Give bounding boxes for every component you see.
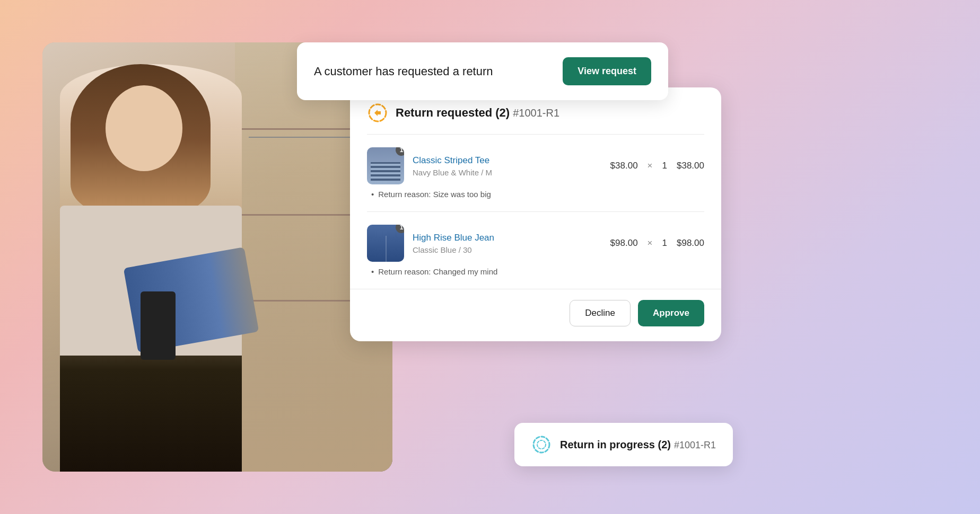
price-unit-2: $98.00: [610, 238, 638, 249]
card-actions: Decline Approve: [350, 289, 721, 341]
view-request-button[interactable]: View request: [563, 57, 651, 85]
return-title: Return requested (2)#1001-R1: [396, 106, 559, 120]
product-item-1: 1 Classic Striped Tee Navy Blue & White …: [350, 135, 721, 211]
return-requested-icon: [367, 102, 388, 123]
svg-point-1: [533, 437, 549, 453]
product-row-1: 1 Classic Striped Tee Navy Blue & White …: [367, 147, 704, 184]
return-order-id: #1001-R1: [513, 107, 559, 119]
approve-button[interactable]: Approve: [638, 300, 704, 326]
return-reason-2: Return reason: Changed my mind: [367, 267, 704, 276]
product-name-1[interactable]: Classic Striped Tee: [413, 155, 489, 165]
progress-text: Return in progress (2): [560, 439, 671, 450]
product-variant-2: Classic Blue / 30: [413, 245, 602, 254]
decline-button[interactable]: Decline: [570, 300, 631, 326]
product-row-2: 1 High Rise Blue Jean Classic Blue / 30 …: [367, 225, 704, 262]
product-thumb-2: 1: [367, 225, 404, 262]
progress-id: #1001-R1: [674, 440, 716, 450]
return-card: Return requested (2)#1001-R1 1 Classic S…: [350, 87, 721, 341]
notification-banner: A customer has requested a return View r…: [297, 42, 668, 100]
product-info-2: High Rise Blue Jean Classic Blue / 30: [413, 233, 602, 254]
svg-point-2: [537, 440, 546, 449]
product-thumb-1: 1: [367, 147, 404, 184]
price-total-1: $38.00: [677, 161, 704, 171]
jeans-line: [386, 236, 387, 262]
price-qty-1: 1: [662, 161, 667, 171]
product-pricing-1: $38.00 × 1 $38.00: [610, 161, 704, 171]
price-total-2: $98.00: [677, 238, 704, 249]
price-unit-1: $38.00: [610, 161, 638, 171]
product-variant-1: Navy Blue & White / M: [413, 168, 602, 177]
tee-stripes: [371, 162, 400, 181]
return-title-text: Return requested (2): [396, 106, 510, 119]
photo-area: [42, 42, 392, 472]
price-x-2: ×: [648, 238, 653, 249]
product-pricing-2: $98.00 × 1 $98.00: [610, 238, 704, 249]
product-name-2[interactable]: High Rise Blue Jean: [413, 233, 494, 243]
progress-icon: [531, 435, 552, 455]
progress-chip: Return in progress (2)#1001-R1: [514, 423, 733, 466]
price-qty-2: 1: [662, 238, 667, 249]
product-info-1: Classic Striped Tee Navy Blue & White / …: [413, 155, 602, 177]
return-reason-1: Return reason: Size was too big: [367, 190, 704, 199]
product-item-2: 1 High Rise Blue Jean Classic Blue / 30 …: [350, 212, 721, 289]
progress-label: Return in progress (2)#1001-R1: [560, 439, 716, 451]
price-x-1: ×: [648, 161, 653, 171]
notification-text: A customer has requested a return: [314, 65, 493, 78]
